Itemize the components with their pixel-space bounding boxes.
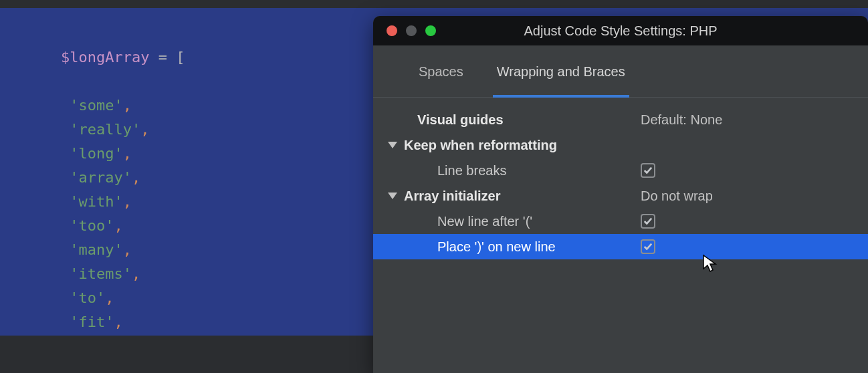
settings-label: Array initializer bbox=[404, 189, 501, 204]
settings-value[interactable]: Do not wrap bbox=[641, 189, 713, 203]
chevron-down-icon[interactable] bbox=[388, 142, 397, 148]
checkbox[interactable] bbox=[641, 214, 655, 229]
window-controls bbox=[373, 25, 436, 36]
settings-value: Default: None bbox=[641, 112, 722, 127]
maximize-icon[interactable] bbox=[425, 25, 436, 36]
settings-body: Visual guidesDefault: NoneKeep when refo… bbox=[373, 98, 868, 259]
checkbox[interactable] bbox=[641, 239, 655, 254]
dialog-tabs: SpacesWrapping and Braces bbox=[373, 45, 868, 98]
settings-label: New line after '(' bbox=[387, 214, 532, 229]
settings-row: Visual guidesDefault: None bbox=[387, 107, 855, 132]
settings-row[interactable]: Keep when reformatting bbox=[387, 132, 855, 158]
settings-row[interactable]: New line after '(' bbox=[387, 209, 855, 234]
minimize-icon[interactable] bbox=[406, 25, 417, 36]
settings-label: Keep when reformatting bbox=[404, 138, 557, 153]
dialog-title: Adjust Code Style Settings: PHP bbox=[373, 23, 868, 39]
code-variable: $longArray bbox=[61, 49, 149, 66]
code-assign: = [ bbox=[149, 49, 185, 66]
settings-row[interactable]: Array initializerDo not wrap bbox=[387, 183, 855, 209]
close-icon[interactable] bbox=[387, 25, 397, 36]
dialog-titlebar[interactable]: Adjust Code Style Settings: PHP bbox=[373, 16, 868, 45]
settings-label: Visual guides bbox=[387, 112, 504, 128]
settings-label: Line breaks bbox=[387, 163, 506, 178]
code-style-dialog: Adjust Code Style Settings: PHP SpacesWr… bbox=[373, 16, 868, 373]
settings-row[interactable]: Place ')' on new line bbox=[373, 234, 868, 259]
tab-wrapping-and-braces[interactable]: Wrapping and Braces bbox=[497, 64, 625, 97]
settings-row[interactable]: Line breaks bbox=[387, 158, 855, 183]
tab-spaces[interactable]: Spaces bbox=[419, 64, 463, 97]
chevron-down-icon[interactable] bbox=[388, 193, 397, 199]
checkbox[interactable] bbox=[641, 163, 655, 178]
settings-label: Place ')' on new line bbox=[387, 239, 556, 255]
